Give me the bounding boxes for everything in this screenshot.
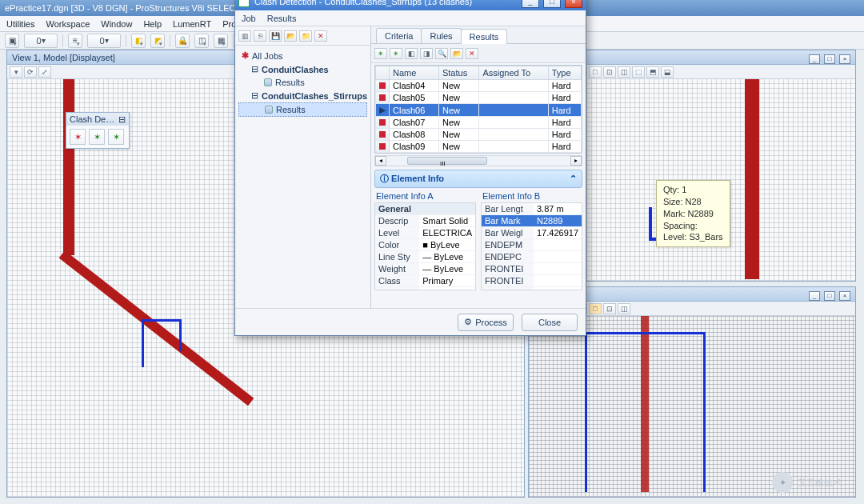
model-blue-stirrup — [703, 332, 706, 492]
view-3-canvas[interactable] — [529, 316, 855, 497]
clash-tool-icon[interactable]: ✶ — [70, 129, 86, 145]
close-icon[interactable]: × — [839, 54, 850, 64]
table-row[interactable]: Clash09NewHard — [376, 141, 582, 153]
pin-icon[interactable]: ⊟ — [118, 114, 126, 125]
tree-copy-icon[interactable]: ⎘ — [254, 30, 266, 42]
tree-folder-icon[interactable]: 📁 — [299, 30, 312, 42]
element-info-header[interactable]: ⓘ Element Info ⌃ — [374, 170, 582, 188]
toolbar-button[interactable]: ▣ — [5, 34, 19, 48]
dialog-close-icon[interactable]: × — [565, 0, 582, 8]
results-tool-icon[interactable]: ◧ — [405, 48, 418, 59]
grid-header-name[interactable]: Name — [390, 66, 439, 80]
results-tool-icon[interactable]: ◨ — [420, 48, 433, 59]
model-blue-stirrup — [142, 319, 182, 322]
tree-job-2[interactable]: ⊟ ConduitClashes_Stirrups — [238, 89, 367, 102]
table-row[interactable]: Clash07NewHard — [376, 117, 582, 129]
dialog-titlebar[interactable]: Clash Detection - ConduitClashes_Stirrup… — [235, 0, 586, 10]
model-blue-stirrup — [142, 319, 144, 367]
dialog-menu-job[interactable]: Job — [242, 14, 256, 23]
results-grid[interactable]: Name Status Assigned To Type Clash04NewH… — [374, 65, 582, 154]
close-icon[interactable]: × — [839, 291, 850, 301]
view-tool-icon[interactable]: ▾ — [10, 66, 22, 78]
view-tool-icon[interactable]: ⊡ — [603, 303, 616, 314]
toolbar-combo-1[interactable]: 0 ▾ — [24, 34, 58, 48]
view-tool-icon[interactable]: ⬚ — [632, 66, 645, 78]
view-tool-icon[interactable]: ⊡ — [603, 66, 616, 78]
tree-delete-icon[interactable]: ✕ — [314, 30, 327, 42]
table-row-selected[interactable]: ▶Clash06NewHard — [376, 104, 582, 117]
tree-open-icon[interactable]: 📂 — [284, 30, 297, 42]
tree-job-2-results[interactable]: Results — [238, 102, 367, 117]
model-red-element — [745, 79, 759, 279]
view-tool-icon[interactable]: ⬓ — [661, 66, 674, 78]
dialog-icon — [238, 0, 250, 7]
maximize-icon[interactable]: □ — [824, 54, 835, 64]
grid-header-assigned[interactable]: Assigned To — [479, 66, 548, 80]
clash-tool-icon[interactable]: ✶ — [108, 129, 124, 145]
tab-results[interactable]: Results — [461, 29, 508, 44]
element-info-b-grid[interactable]: Bar Lengt3.87 m Bar MarkN2889 Bar Weigl1… — [481, 202, 582, 290]
model-red-element — [641, 316, 649, 492]
view-tool-icon[interactable]: □ — [589, 303, 602, 314]
menu-workspace[interactable]: Workspace — [46, 19, 90, 29]
scroll-left-icon[interactable]: ◂ — [375, 156, 386, 166]
tree-save-icon[interactable]: 💾 — [269, 30, 282, 42]
minimize-icon[interactable]: _ — [809, 54, 820, 64]
menu-help[interactable]: Help — [143, 19, 162, 29]
toolbar-button[interactable]: ◧ — [131, 34, 146, 48]
toolbar-button[interactable]: ≡ — [68, 34, 82, 48]
view-tool-icon[interactable]: ◫ — [618, 66, 630, 78]
grid-header-status[interactable]: Status — [438, 66, 478, 80]
results-tool-icon[interactable]: 🔍 — [435, 48, 448, 59]
results-delete-icon[interactable]: ✕ — [466, 48, 478, 59]
jobs-tree[interactable]: ✱All Jobs ⊟ ConduitClashes Results ⊟ Con… — [235, 46, 370, 120]
toolbar-button[interactable]: ◩ — [150, 34, 165, 48]
table-row[interactable]: Clash05NewHard — [376, 92, 582, 104]
results-tool-icon[interactable]: ✶ — [374, 48, 387, 59]
tree-job-1-results[interactable]: Results — [238, 76, 367, 89]
view-tool-icon[interactable]: ◫ — [618, 303, 630, 314]
clash-palette[interactable]: Clash De… ⊟ ✶ ✶ ✶ — [66, 112, 130, 149]
toolbar-button[interactable]: ◫ — [194, 34, 209, 48]
element-info-a-label: Element Info A — [374, 190, 476, 202]
view-tool-icon[interactable]: ⟳ — [24, 66, 37, 78]
toolbar-button[interactable]: ▦ — [214, 34, 228, 48]
toolbar-combo-2[interactable]: 0 ▾ — [87, 34, 121, 48]
model-blue-stirrup — [585, 332, 705, 334]
element-info-b-label: Element Info B — [481, 190, 582, 202]
minimize-icon[interactable]: _ — [809, 291, 820, 301]
scroll-thumb[interactable]: III — [407, 157, 487, 165]
view-tool-icon[interactable]: □ — [589, 66, 602, 78]
grid-hscrollbar[interactable]: ◂ III ▸ — [374, 155, 582, 166]
grid-header[interactable] — [376, 66, 390, 80]
process-button[interactable]: ⚙Process — [458, 314, 514, 331]
table-row[interactable]: Clash04NewHard — [376, 80, 582, 92]
dialog-maximize-icon[interactable]: □ — [543, 0, 561, 8]
element-info-a-grid[interactable]: General DescripSmart Solid LevelELECTRIC… — [374, 202, 476, 290]
tree-root[interactable]: ✱All Jobs — [238, 49, 367, 62]
results-tool-icon[interactable]: ✶ — [390, 48, 402, 59]
menu-utilities[interactable]: Utilities — [6, 19, 34, 29]
dialog-menu-results[interactable]: Results — [267, 14, 297, 23]
view-tool-icon[interactable]: ⬒ — [646, 66, 659, 78]
model-blue-stirrup — [649, 207, 652, 239]
tree-new-icon[interactable]: ▥ — [238, 30, 251, 42]
scroll-right-icon[interactable]: ▸ — [570, 156, 582, 166]
chevron-up-icon[interactable]: ⌃ — [570, 174, 577, 184]
clash-tool-icon[interactable]: ✶ — [89, 129, 105, 145]
tab-criteria[interactable]: Criteria — [376, 28, 422, 43]
menu-lumenrt[interactable]: LumenRT — [173, 19, 211, 29]
tree-job-1[interactable]: ⊟ ConduitClashes — [238, 62, 367, 76]
view-tool-icon[interactable]: ⤢ — [38, 66, 51, 78]
results-tool-icon[interactable]: 📂 — [450, 48, 463, 59]
maximize-icon[interactable]: □ — [824, 291, 835, 301]
toolbar-lock-icon[interactable]: 🔒 — [175, 34, 190, 48]
dialog-minimize-icon[interactable]: _ — [522, 0, 539, 8]
tab-rules[interactable]: Rules — [421, 28, 461, 43]
close-button[interactable]: Close — [522, 314, 578, 331]
tree-toolbar: ▥ ⎘ 💾 📂 📁 ✕ — [235, 26, 370, 46]
menu-window[interactable]: Window — [101, 19, 132, 29]
table-row[interactable]: Clash08NewHard — [376, 129, 582, 141]
grid-header-row: Name Status Assigned To Type — [376, 66, 582, 80]
grid-header-type[interactable]: Type — [548, 66, 581, 80]
